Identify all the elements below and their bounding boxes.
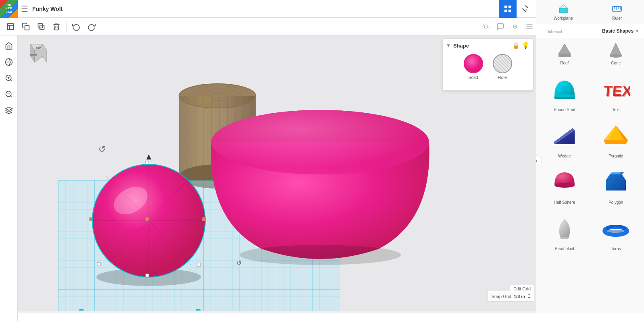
svg-rect-3 bbox=[508, 9, 511, 12]
grid-view-button[interactable] bbox=[499, 0, 517, 18]
text-canvas: TEXT TEXT bbox=[600, 74, 632, 106]
svg-rect-75 bbox=[197, 263, 200, 266]
pyramid-canvas bbox=[600, 120, 632, 152]
camera-icon[interactable] bbox=[509, 20, 521, 33]
orbit-nav-button[interactable] bbox=[2, 55, 16, 69]
svg-text:TOP: TOP bbox=[36, 47, 41, 49]
copy-button[interactable] bbox=[19, 19, 33, 34]
svg-marker-100 bbox=[604, 140, 628, 144]
new-button[interactable] bbox=[3, 19, 18, 34]
svg-rect-79 bbox=[559, 8, 567, 13]
hole-option[interactable]: Hole bbox=[493, 54, 512, 80]
note-icon[interactable] bbox=[494, 20, 507, 33]
solid-label: Solid bbox=[468, 75, 478, 80]
sphere-object[interactable] bbox=[86, 152, 211, 289]
snap-grid-label: Snap Grid bbox=[491, 294, 511, 299]
shape-item-text[interactable]: TEXT TEXT Text bbox=[591, 70, 641, 115]
svg-marker-88 bbox=[610, 43, 622, 56]
doc-icon[interactable]: ☰ bbox=[21, 4, 28, 14]
svg-line-33 bbox=[10, 96, 12, 97]
view-cube[interactable]: TOP FRONT bbox=[23, 40, 51, 68]
cone-item[interactable]: Cone bbox=[591, 40, 641, 65]
right-panel-header: Tinkercad Basic Shapes ▼ bbox=[536, 24, 644, 38]
shape-panel-header: ▼ Shape 🔒 💡 bbox=[446, 42, 529, 49]
shape-item-polygon[interactable]: Polygon bbox=[591, 163, 641, 208]
svg-point-91 bbox=[554, 94, 575, 97]
polygon-canvas bbox=[600, 166, 632, 199]
zoom-out-button[interactable] bbox=[2, 87, 16, 101]
paraboloid-label: Paraboloid bbox=[555, 246, 574, 251]
svg-point-22 bbox=[514, 26, 515, 27]
wedge-canvas bbox=[548, 120, 581, 152]
svg-marker-86 bbox=[559, 44, 571, 54]
bottom-bar bbox=[18, 313, 644, 321]
svg-rect-1 bbox=[508, 5, 511, 8]
snap-grid-value: 1/8 in bbox=[514, 294, 525, 299]
svg-rect-8 bbox=[8, 23, 14, 29]
svg-point-105 bbox=[561, 237, 569, 239]
shape-item-wedge[interactable]: Wedge bbox=[540, 117, 590, 162]
wedge-label: Wedge bbox=[558, 154, 571, 158]
svg-point-14 bbox=[484, 25, 488, 28]
align-icon[interactable] bbox=[523, 20, 536, 33]
roof-item[interactable]: Roof bbox=[540, 40, 590, 65]
svg-rect-2 bbox=[504, 9, 506, 12]
view3d-button[interactable] bbox=[2, 103, 16, 118]
ruler-tab-label: Ruler bbox=[612, 16, 622, 21]
app-name: Funky Wolt bbox=[32, 6, 63, 12]
shape-item-round-roof[interactable]: Round Roof bbox=[540, 70, 590, 115]
toolbar-separator bbox=[66, 22, 67, 31]
snap-grid-stepper[interactable]: ▲ ▼ bbox=[527, 293, 531, 300]
svg-line-18 bbox=[488, 29, 488, 29]
round-roof-label: Round Roof bbox=[554, 108, 575, 112]
ruler-tab[interactable]: Ruler bbox=[590, 0, 644, 24]
svg-rect-0 bbox=[504, 5, 506, 8]
svg-rect-12 bbox=[38, 23, 43, 28]
shape-item-torus[interactable]: Torus bbox=[591, 209, 641, 254]
zoom-in-button[interactable] bbox=[2, 71, 16, 85]
shape-options: Solid Hole bbox=[446, 52, 529, 81]
light-bulb-icon[interactable]: 💡 bbox=[522, 42, 529, 49]
snap-grid-control: Snap Grid 1/8 in ▲ ▼ bbox=[488, 291, 534, 302]
selection-corner-bl bbox=[79, 309, 83, 311]
svg-rect-76 bbox=[97, 263, 100, 266]
solid-option[interactable]: Solid bbox=[464, 54, 483, 80]
svg-point-61 bbox=[211, 110, 429, 174]
svg-text:TEXT: TEXT bbox=[604, 83, 630, 100]
svg-rect-70 bbox=[146, 161, 149, 164]
svg-line-29 bbox=[10, 80, 12, 81]
duplicate-button[interactable] bbox=[34, 19, 48, 34]
solid-circle bbox=[464, 54, 483, 73]
home-nav-button[interactable] bbox=[2, 39, 16, 53]
half-sphere-label: Half Sphere bbox=[554, 200, 575, 205]
shape-item-paraboloid[interactable]: Paraboloid bbox=[540, 209, 590, 254]
redo-button[interactable] bbox=[84, 19, 99, 34]
shape-item-pyramid[interactable]: Pyramid bbox=[591, 117, 641, 162]
workplane-ruler-tabs: Workplane Ruler bbox=[536, 0, 644, 24]
roof-label: Roof bbox=[560, 61, 569, 65]
logo[interactable]: TINKERCAD bbox=[0, 0, 18, 18]
rotate-handle[interactable]: ↺ bbox=[98, 144, 106, 155]
workplane-tab[interactable]: Workplane bbox=[536, 0, 590, 24]
light-icon[interactable] bbox=[479, 20, 492, 33]
svg-point-101 bbox=[554, 183, 575, 188]
half-sphere-canvas bbox=[548, 166, 581, 199]
svg-rect-87 bbox=[559, 54, 571, 57]
delete-button[interactable] bbox=[49, 19, 64, 34]
svg-point-89 bbox=[610, 54, 622, 58]
category-label: Basic Shapes bbox=[602, 28, 634, 34]
svg-rect-72 bbox=[146, 274, 149, 277]
workplane-tab-label: Workplane bbox=[554, 16, 573, 21]
svg-rect-13 bbox=[40, 25, 44, 29]
build-button[interactable] bbox=[517, 0, 534, 18]
category-select[interactable]: Basic Shapes ▼ bbox=[602, 28, 639, 34]
svg-rect-11 bbox=[25, 25, 29, 30]
rotate-handle-2[interactable]: ↺ bbox=[236, 259, 242, 267]
shape-item-half-sphere[interactable]: Half Sphere bbox=[540, 163, 590, 208]
torus-label: Torus bbox=[611, 246, 621, 251]
svg-point-62 bbox=[240, 245, 401, 265]
cone-label: Cone bbox=[611, 61, 621, 65]
undo-button[interactable] bbox=[69, 19, 83, 34]
lock-icon[interactable]: 🔒 bbox=[513, 42, 519, 49]
logo-text: TINKERCAD bbox=[6, 4, 13, 14]
